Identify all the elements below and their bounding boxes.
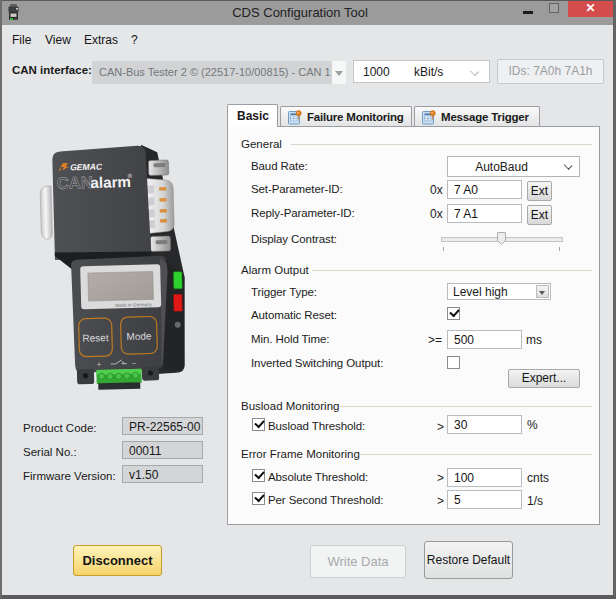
trigger-type-label: Trigger Type: [251,286,317,298]
maximize-icon [549,3,559,13]
can-interface-label: CAN interface: [12,64,92,76]
absolute-threshold-operator: > [437,471,444,485]
trigger-type-dropdown-button[interactable] [536,285,549,298]
display-contrast-slider-thumb[interactable] [497,232,506,245]
chevron-down-icon [471,68,479,76]
tab-failure-monitoring[interactable]: Failure Monitoring [280,106,412,126]
restore-default-button[interactable]: Restore Default [424,541,513,579]
automatic-reset-label: Automatic Reset: [251,309,337,321]
close-icon: ✕ [585,1,595,15]
absolute-threshold-unit: cnts [527,471,549,485]
menu-view[interactable]: View [45,33,71,47]
set-parameter-id-label: Set-Parameter-ID: [251,183,343,195]
product-code-value: PR-22565-00 [122,417,203,435]
tab-failure-monitoring-label: Failure Monitoring [307,111,404,123]
min-hold-time-input[interactable]: 500 [447,330,522,349]
can-interface-dropdown-button[interactable] [332,61,346,84]
reply-parameter-ext-button[interactable]: Ext [527,205,552,225]
device-mode-button: Mode [126,330,152,342]
baudrate-select[interactable]: 1000 kBit/s [353,60,490,83]
inverted-switching-output-label: Inverted Switching Output: [251,357,383,369]
product-code-label: Product Code: [23,422,97,434]
write-data-button[interactable]: Write Data [310,545,406,578]
baud-rate-value: AutoBaud [448,160,555,174]
min-hold-time-operator: >= [428,333,442,347]
device-product-image: GEMAC CAN alarm ® Made in Germany Reset … [30,100,230,420]
disconnect-button[interactable]: Disconnect [73,545,162,576]
baud-rate-label: Baud Rate: [251,160,308,172]
absolute-threshold-checkbox[interactable] [252,469,265,482]
baudrate-value: 1000 [363,65,390,79]
chevron-down-icon [564,162,571,169]
firmware-version-label: Firmware Version: [23,470,116,482]
can-interface-select[interactable]: CAN-Bus Tester 2 © (22517-10/00815) - CA… [92,61,346,84]
baudrate-unit: kBit/s [414,65,443,79]
firmware-version-value: v1.50 [122,465,203,483]
dropdown-arrow-icon [335,71,343,80]
can-interface-value: CAN-Bus Tester 2 © (22517-10/00815) - CA… [99,66,333,78]
title-bar[interactable]: CDS Configuration Tool ✕ [0,0,616,25]
slider-tick [443,247,444,251]
min-hold-time-label: Min. Hold Time: [251,333,329,345]
device-reset-button: Reset [82,332,109,344]
device-product-alarm: alarm [90,173,131,191]
plus-symbol: + [97,360,102,369]
tab-message-trigger-label: Message Trigger [441,111,529,123]
busload-threshold-checkbox[interactable] [252,418,265,431]
absolute-threshold-label: Absolute Threshold: [268,471,368,483]
group-busload-title: Busload Monitoring [241,400,339,412]
automatic-reset-checkbox[interactable] [447,307,460,320]
inverted-switching-output-checkbox[interactable] [447,356,460,369]
trigger-type-value: Level high [453,285,508,299]
set-parameter-id-input[interactable]: 7 A0 [447,180,522,199]
display-contrast-label: Display Contrast: [251,233,337,245]
menu-extras[interactable]: Extras [84,33,118,47]
reply-parameter-id-label: Reply-Parameter-ID: [251,207,355,219]
group-general-line [291,144,592,145]
absolute-threshold-input[interactable]: 100 [447,468,522,487]
per-second-threshold-operator: > [437,494,444,508]
group-errorframe-line [360,454,592,455]
set-parameter-ext-button[interactable]: Ext [527,181,552,201]
tab-basic-label: Basic [237,109,269,123]
group-alarm-line [312,270,592,271]
minus-symbol: − [132,359,137,368]
tab-basic[interactable]: Basic [227,104,278,127]
reply-parameter-id-input[interactable]: 7 A1 [447,204,522,223]
minimize-icon [523,11,533,14]
form-pin-icon [287,109,303,125]
trigger-type-select[interactable]: Level high [447,283,551,300]
menu-help[interactable]: ? [131,33,138,47]
min-hold-time-unit: ms [526,333,542,347]
dropdown-arrow-icon [539,291,545,298]
window-title: CDS Configuration Tool [0,5,600,20]
ids-button[interactable]: IDs: 7A0h 7A1h [497,59,604,84]
baud-rate-select[interactable]: AutoBaud [447,156,580,177]
per-second-threshold-checkbox[interactable] [252,492,265,505]
device-product-reg: ® [128,173,133,179]
group-general-title: General [241,138,282,150]
group-errorframe-title: Error Frame Monitoring [241,448,360,460]
per-second-threshold-unit: 1/s [527,494,543,508]
tab-message-trigger[interactable]: Message Trigger [414,106,540,126]
busload-threshold-operator: > [437,420,444,434]
minimize-button[interactable] [519,1,537,19]
red-led [173,294,182,311]
busload-threshold-input[interactable]: 30 [447,415,522,434]
per-second-threshold-label: Per Second Threshold: [268,494,383,506]
busload-threshold-unit: % [527,418,538,432]
maximize-button[interactable] [546,1,564,19]
form-pin-icon [421,109,437,125]
group-busload-line [340,406,592,407]
close-button[interactable]: ✕ [568,1,613,17]
menu-file[interactable]: File [12,33,31,47]
per-second-threshold-input[interactable]: 5 [447,490,522,509]
made-in-germany-label: Made in Germany [115,302,152,308]
serial-number-value: 00011 [122,441,203,459]
expert-button[interactable]: Expert... [508,369,580,388]
app-window: CDS Configuration Tool ✕ File View Extra… [0,0,616,599]
menu-bar: File View Extras ? [2,26,613,48]
busload-threshold-label: Busload Threshold: [268,420,365,432]
device-product-can: CAN [57,173,93,192]
slider-tick [559,247,560,251]
